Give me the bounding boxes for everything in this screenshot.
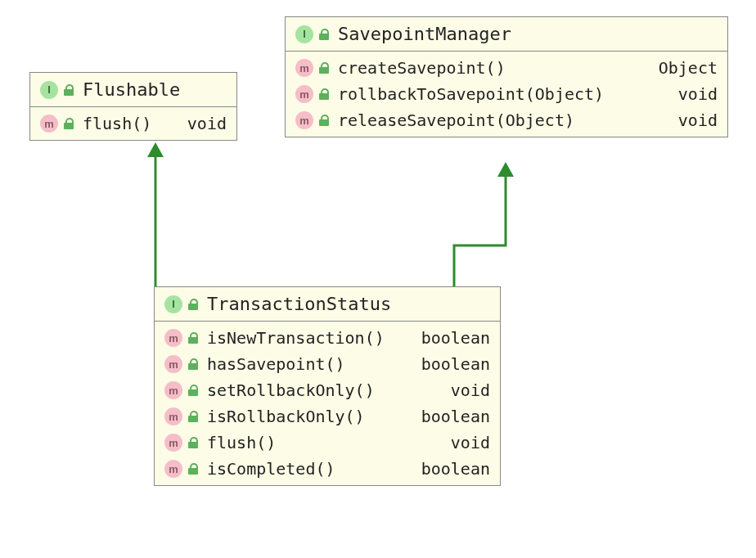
- interface-icon: I: [40, 81, 58, 99]
- member-row: m setRollbackOnly() void: [155, 377, 500, 403]
- lock-icon: [318, 88, 330, 100]
- member-row: m flush() void: [30, 110, 236, 137]
- class-title: TransactionStatus: [207, 294, 490, 314]
- member-signature: isNewTransaction(): [207, 328, 412, 348]
- class-header: I TransactionStatus: [155, 287, 500, 322]
- members-list: m isNewTransaction() boolean m hasSavepo…: [155, 322, 500, 485]
- class-box-transaction-status: I TransactionStatus m isNewTransaction()…: [154, 286, 501, 486]
- lock-icon: [187, 463, 199, 475]
- method-icon: m: [295, 111, 313, 129]
- method-icon: m: [164, 460, 182, 478]
- member-signature: isCompleted(): [207, 459, 412, 479]
- method-icon: m: [40, 115, 58, 133]
- method-icon: m: [295, 85, 313, 103]
- members-list: m createSavepoint() Object m rollbackToS…: [286, 52, 727, 137]
- member-return: void: [187, 114, 227, 133]
- member-return: Object: [659, 58, 718, 78]
- method-icon: m: [164, 329, 182, 347]
- lock-icon: [63, 84, 74, 96]
- method-icon: m: [295, 59, 313, 77]
- member-row: m releaseSavepoint(Object) void: [286, 107, 727, 133]
- member-row: m rollbackToSavepoint(Object) void: [286, 81, 727, 107]
- connector-line: [454, 173, 506, 286]
- member-return: boolean: [421, 459, 490, 479]
- member-row: m flush() void: [155, 430, 500, 456]
- lock-icon: [318, 62, 330, 74]
- member-signature: createSavepoint(): [338, 58, 649, 78]
- member-return: boolean: [421, 407, 490, 426]
- lock-icon: [187, 411, 199, 422]
- member-row: m isRollbackOnly() boolean: [155, 403, 500, 430]
- arrowhead-icon: [147, 142, 164, 157]
- class-title: SavepointManager: [338, 24, 718, 44]
- member-row: m isCompleted() boolean: [155, 456, 500, 482]
- lock-icon: [187, 332, 199, 344]
- method-icon: m: [164, 407, 182, 425]
- member-signature: isRollbackOnly(): [207, 407, 412, 426]
- interface-icon: I: [164, 295, 182, 313]
- member-signature: flush(): [83, 114, 178, 133]
- member-return: void: [451, 380, 490, 400]
- member-row: m isNewTransaction() boolean: [155, 325, 500, 351]
- lock-icon: [187, 299, 199, 310]
- interface-icon: I: [295, 25, 313, 43]
- method-icon: m: [164, 381, 182, 399]
- lock-icon: [318, 115, 330, 126]
- lock-icon: [187, 358, 199, 370]
- member-row: m createSavepoint() Object: [286, 55, 727, 81]
- member-return: void: [678, 110, 718, 130]
- member-return: boolean: [421, 354, 490, 374]
- arrowhead-icon: [497, 162, 514, 177]
- member-return: void: [678, 84, 718, 104]
- lock-icon: [187, 437, 199, 448]
- method-icon: m: [164, 355, 182, 373]
- lock-icon: [187, 385, 199, 396]
- member-signature: flush(): [207, 433, 441, 452]
- member-signature: setRollbackOnly(): [207, 380, 441, 400]
- member-return: boolean: [421, 328, 490, 348]
- class-box-flushable: I Flushable m flush() void: [29, 72, 237, 141]
- class-header: I SavepointManager: [286, 17, 727, 52]
- lock-icon: [318, 29, 330, 40]
- class-box-savepoint-manager: I SavepointManager m createSavepoint() O…: [285, 16, 728, 137]
- members-list: m flush() void: [30, 107, 236, 140]
- member-return: void: [451, 433, 490, 452]
- method-icon: m: [164, 434, 182, 452]
- lock-icon: [63, 118, 74, 129]
- class-title: Flushable: [83, 79, 227, 100]
- member-signature: releaseSavepoint(Object): [338, 110, 668, 130]
- class-header: I Flushable: [30, 73, 236, 107]
- member-row: m hasSavepoint() boolean: [155, 351, 500, 377]
- member-signature: hasSavepoint(): [207, 354, 412, 374]
- member-signature: rollbackToSavepoint(Object): [338, 84, 668, 104]
